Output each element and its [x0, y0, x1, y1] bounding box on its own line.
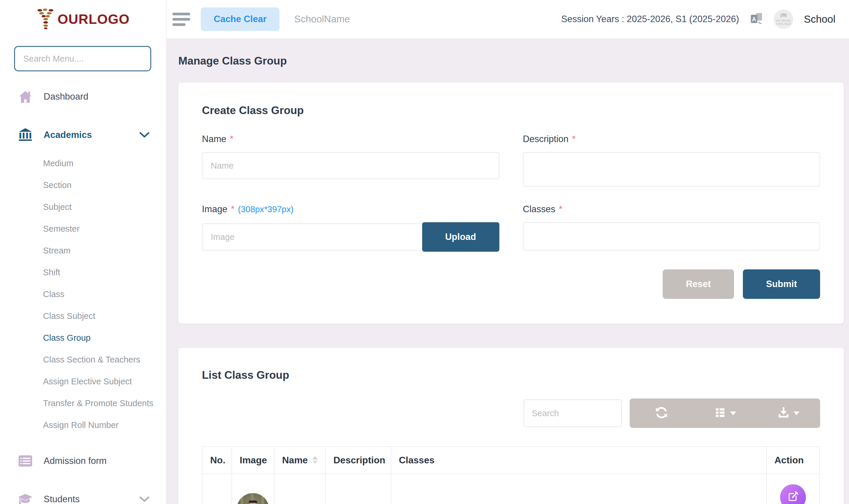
name-field-group: Name * [202, 134, 499, 188]
table-header-row: No. Image Name Description Classes Actio… [202, 447, 819, 474]
chevron-down-icon [140, 494, 149, 504]
name-input[interactable] [202, 152, 499, 179]
list-card-title: List Class Group [202, 369, 820, 381]
submenu-item-shift[interactable]: Shift [0, 262, 166, 284]
class-group-photo[interactable] [237, 493, 269, 504]
main-area: Cache Clear SchoolName Session Years : 2… [166, 0, 849, 504]
submenu-item-class-section-teachers[interactable]: Class Section & Teachers [0, 349, 166, 371]
cell-classes: Génie Informatique,Génie Électrique,Géni… [391, 474, 766, 504]
required-marker: * [559, 204, 562, 215]
submenu-item-class-subject[interactable]: Class Subject [0, 305, 166, 327]
submenu-item-semester[interactable]: Semester [0, 218, 166, 240]
columns-icon [714, 406, 727, 420]
translate-icon[interactable]: A [749, 12, 763, 26]
logo-y-icon [36, 8, 56, 30]
export-dropdown-button[interactable] [757, 398, 820, 428]
refresh-icon [655, 406, 668, 420]
sidebar-item-label: Admission form [43, 456, 149, 466]
col-header-image: Image [232, 447, 274, 474]
refresh-button[interactable] [630, 398, 693, 428]
required-marker: * [231, 204, 234, 215]
col-header-classes: Classes [391, 447, 766, 474]
submenu-item-class-group[interactable]: Class Group [0, 327, 166, 349]
sidebar-item-students[interactable]: Students [0, 486, 166, 504]
page-content: Manage Class Group Create Class Group Na… [166, 38, 849, 504]
sidebar-item-label: Academics [43, 130, 128, 140]
submenu-item-section[interactable]: Section [0, 175, 166, 196]
cell-no: 1 [202, 474, 232, 504]
classes-field-group: Classes * [523, 204, 820, 252]
edit-button[interactable] [780, 484, 806, 504]
submenu-item-stream[interactable]: Stream [0, 240, 166, 262]
cell-action [766, 474, 819, 504]
sidebar-item-admission-form[interactable]: Admission form [0, 447, 166, 474]
class-group-table: No. Image Name Description Classes Actio… [202, 446, 820, 504]
col-header-no: No. [202, 447, 232, 474]
cell-name: Master [274, 474, 325, 504]
graduation-cap-icon [18, 493, 32, 504]
sidebar-nav: Dashboard Academics [0, 71, 166, 504]
cell-description [325, 474, 391, 504]
submit-button[interactable]: Submit [743, 269, 820, 299]
cell-image [232, 474, 274, 504]
avatar-placeholder-text: NO IMAGE AVAILABLE [774, 19, 793, 26]
hamburger-menu-icon[interactable] [173, 13, 190, 26]
reset-button[interactable]: Reset [663, 269, 734, 299]
list-class-group-card: List Class Group [178, 348, 844, 504]
submenu-item-assign-elective-subject[interactable]: Assign Elective Subject [0, 371, 166, 393]
col-header-description: Description [325, 447, 391, 474]
caret-down-icon [794, 411, 799, 415]
submenu-item-subject[interactable]: Subject [0, 196, 166, 218]
page-title: Manage Class Group [178, 55, 844, 67]
list-toolbar [202, 398, 820, 428]
cache-clear-button[interactable]: Cache Clear [201, 7, 279, 31]
image-input[interactable] [202, 223, 423, 251]
classes-input[interactable] [523, 222, 820, 251]
topbar: Cache Clear SchoolName Session Years : 2… [166, 0, 849, 38]
form-actions: Reset Submit [523, 269, 820, 299]
chevron-down-icon [140, 130, 149, 140]
description-textarea[interactable] [523, 152, 820, 187]
caret-down-icon [730, 411, 736, 415]
sort-icon [312, 456, 318, 464]
name-label: Name [202, 134, 227, 144]
create-class-group-card: Create Class Group Name * Description * [178, 83, 844, 324]
col-header-name[interactable]: Name [274, 447, 325, 474]
required-marker: * [230, 134, 234, 144]
svg-text:A: A [752, 16, 756, 22]
image-size-hint: (308px*397px) [238, 204, 294, 214]
classes-label: Classes [523, 204, 555, 215]
table-row: 1 [202, 474, 819, 504]
image-field-group: Image * (308px*397px) Upload [202, 204, 499, 252]
sidebar-item-label: Students [43, 494, 128, 504]
admission-list-icon [18, 455, 32, 467]
submenu-item-assign-roll-number[interactable]: Assign Roll Number [0, 414, 166, 436]
table-toolbar-group [630, 398, 820, 428]
school-name-label: SchoolName [294, 14, 350, 25]
download-icon [777, 406, 790, 420]
edit-icon [787, 490, 799, 504]
submenu-item-transfer-promote-students[interactable]: Transfer & Promote Students [0, 393, 166, 414]
submenu-item-class[interactable]: Class [0, 284, 166, 305]
image-label: Image [202, 204, 227, 215]
logo[interactable]: OURLOGO [0, 0, 166, 38]
upload-button[interactable]: Upload [422, 222, 499, 252]
required-marker: * [572, 134, 576, 144]
col-header-action: Action [766, 447, 819, 474]
profile-avatar[interactable]: NO IMAGE AVAILABLE [774, 10, 793, 29]
sidebar-item-dashboard[interactable]: Dashboard [0, 83, 166, 110]
profile-name[interactable]: School [804, 13, 835, 25]
columns-dropdown-button[interactable] [693, 398, 756, 428]
sidebar-item-academics[interactable]: Academics [0, 122, 166, 148]
description-label: Description [523, 134, 568, 144]
menu-search-input[interactable] [14, 46, 151, 71]
submenu-item-medium[interactable]: Medium [0, 153, 166, 175]
home-icon [18, 90, 32, 103]
table-search-input[interactable] [524, 399, 622, 427]
create-card-title: Create Class Group [202, 104, 820, 117]
description-field-group: Description * [523, 134, 820, 188]
sidebar: OURLOGO Dashboard [0, 0, 166, 504]
academics-submenu: Medium Section Subject Semester Stream S… [0, 153, 166, 436]
logo-text: OURLOGO [57, 11, 130, 27]
app-window: OURLOGO Dashboard [0, 0, 849, 504]
